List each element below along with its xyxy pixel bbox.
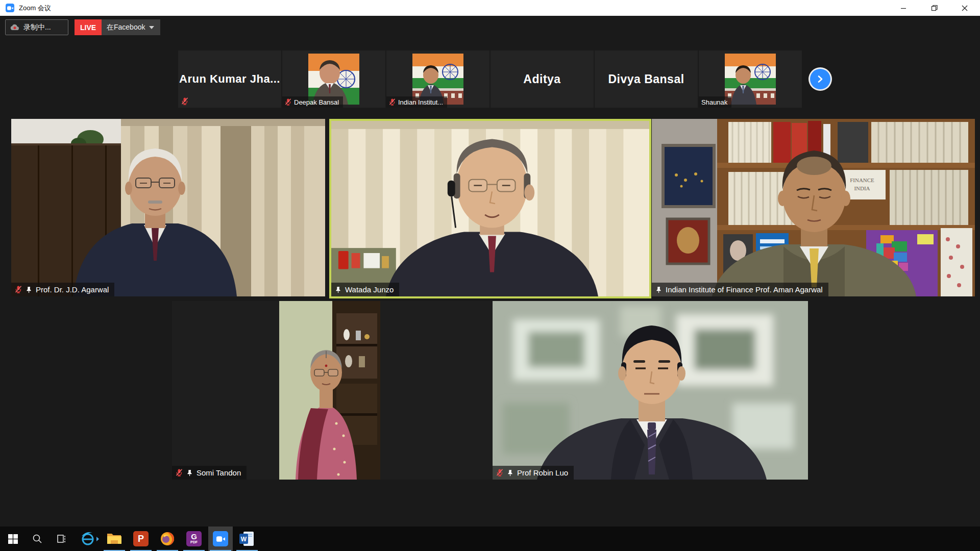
chevron-down-icon [149,26,154,29]
muted-mic-icon [176,469,183,477]
zoom-app-icon [6,4,14,12]
word-button[interactable]: W [235,527,259,551]
task-view-icon [57,534,67,543]
svg-text:FINANCE: FINANCE [850,177,874,183]
internet-explorer-button[interactable] [76,527,100,551]
participant-name: Shaunak [701,98,727,106]
chevron-right-icon [816,75,824,83]
search-button[interactable] [25,527,50,551]
live-badge: LIVE [75,19,102,35]
video-tile-watada-junzo[interactable]: Watada Junzo [329,119,651,298]
pin-icon [335,286,341,293]
pin-icon [655,286,662,293]
word-icon: W [239,532,255,546]
video-scene [331,121,649,296]
thumb-aditya[interactable]: Aditya [491,51,594,108]
participant-name: Divya Bansal [595,51,698,108]
firefox-icon [160,531,175,546]
muted-mic-icon [285,98,291,106]
svg-text:W: W [241,536,247,543]
restore-button[interactable] [919,0,949,16]
muted-mic-icon [496,469,503,477]
close-button[interactable] [949,0,980,16]
muted-mic-icon [389,98,396,106]
participant-name: Arun Kumar Jha... [178,51,281,108]
recording-label: 录制中... [23,23,51,32]
cloud-recording-button[interactable]: 录制中... [5,19,68,35]
video-scene [493,301,808,480]
thumb-shaunak[interactable]: Shaunak [699,51,802,108]
thumb-divya-bansal[interactable]: Divya Bansal [595,51,698,108]
cloud-record-icon [10,24,19,31]
search-icon [32,534,42,544]
firefox-button[interactable] [155,527,180,551]
pdf-reader-icon: G PDF [186,531,202,546]
file-explorer-button[interactable] [102,527,127,551]
thumb-indian-institute[interactable]: Indian Institut... [386,51,489,108]
minimize-button[interactable] [888,0,919,16]
meeting-surface: 录制中... LIVE 在Facebook Arun Kumar Jha... [0,16,980,527]
chevron-right-small-icon [96,537,100,541]
muted-mic-icon [15,286,22,293]
participant-name: Watada Junzo [345,285,394,294]
video-scene [279,301,380,480]
pin-icon [26,286,32,293]
window-titlebar: Zoom 会议 [0,0,980,16]
participant-name: Indian Institut... [398,98,443,106]
filmstrip-next-page-button[interactable] [810,69,830,89]
participant-name: Prof Robin Luo [517,468,568,477]
pin-icon [186,469,193,477]
svg-text:INDIA: INDIA [854,185,870,191]
video-scene: FINANCE INDIA [652,119,975,296]
video-tile-somi-tandon[interactable]: Somi Tandon [172,301,492,480]
participant-filmstrip: Arun Kumar Jha... D [178,51,801,108]
internet-explorer-icon [80,531,95,546]
windows-logo-icon [8,534,18,544]
powerpoint-button[interactable]: P [129,527,153,551]
muted-mic-icon [181,97,188,105]
thumb-deepak-bansal[interactable]: Deepak Bansal [282,51,385,108]
video-tile-robin-luo[interactable]: Prof Robin Luo [493,301,808,480]
windows-taskbar: P G PDF W 12°C 多云 [0,527,980,551]
pdf-reader-button[interactable]: G PDF [182,527,206,551]
participant-name: Prof. Dr. J.D. Agarwal [36,285,109,294]
task-view-button[interactable] [50,527,74,551]
participant-name: Indian Institute of Finance Prof. Aman A… [666,285,823,294]
live-stream-control[interactable]: LIVE 在Facebook [75,19,160,35]
participant-name: Somi Tandon [197,468,241,477]
video-scene [11,119,325,296]
thumb-arun-kumar-jha[interactable]: Arun Kumar Jha... [178,51,281,108]
start-button[interactable] [1,527,25,551]
folder-icon [107,532,122,545]
window-title: Zoom 会议 [19,4,51,13]
video-tile-jd-agarwal[interactable]: Prof. Dr. J.D. Agarwal [11,119,325,296]
profile-photo [725,54,776,105]
zoom-icon [213,531,228,546]
pin-icon [507,469,513,477]
participant-name: Aditya [491,51,594,108]
video-tile-aman-agarwal[interactable]: FINANCE INDIA [652,119,975,296]
live-destination-label: 在Facebook [107,23,145,32]
participant-name: Deepak Bansal [294,98,339,106]
zoom-taskbar-button[interactable] [208,527,233,551]
powerpoint-icon: P [133,531,149,546]
